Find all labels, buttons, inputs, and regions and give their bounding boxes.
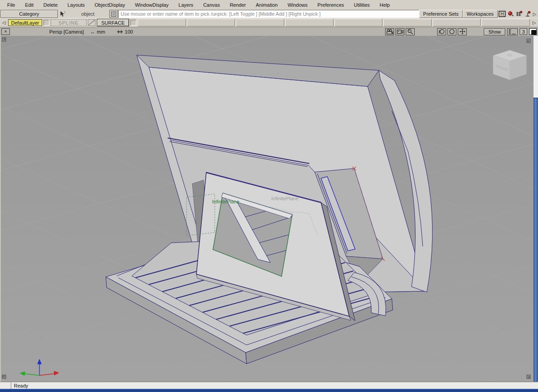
viewport-header: × Persp [Camera] ↔ mm 100 — [0, 27, 538, 36]
preference-sets-button[interactable]: Preference Sets — [419, 10, 463, 18]
red-ball-icon — [507, 11, 514, 17]
layer-slot[interactable] — [383, 19, 432, 26]
menu-help[interactable]: Help — [375, 1, 395, 9]
prompt-field-wrap — [118, 10, 419, 18]
pin-tool-button[interactable] — [506, 10, 515, 18]
pan-arrows-icon — [459, 29, 466, 34]
snap-tool-button[interactable] — [515, 10, 523, 18]
display-toggles-button[interactable] — [507, 28, 518, 35]
status-grip — [0, 382, 11, 389]
pick-toolbar: Category object Preference Sets Workspac… — [0, 10, 538, 18]
track-tool-button[interactable] — [458, 28, 467, 35]
camera-view-button[interactable] — [385, 28, 394, 35]
dotted-panel-icon — [508, 29, 516, 34]
layer-slot[interactable] — [236, 19, 284, 26]
movie-camera-icon — [386, 29, 393, 34]
flag-tool-button[interactable] — [523, 10, 532, 18]
cursor-pick-icon — [59, 11, 66, 17]
menu-windowdisplay[interactable]: WindowDisplay — [130, 1, 173, 9]
layer-slot[interactable] — [433, 19, 481, 26]
menu-edit[interactable]: Edit — [21, 1, 38, 9]
layer-bar: ◁ DefaultLayer SPLINE SURFACE ▷ — [0, 18, 538, 27]
pick-tool-icon[interactable] — [58, 10, 67, 18]
toolbar-next-arrow[interactable]: ▷ — [532, 10, 538, 18]
circle-select-icon — [449, 29, 455, 34]
window-layout-icon[interactable] — [529, 28, 537, 35]
look-at-button[interactable] — [447, 28, 456, 35]
menu-canvas[interactable]: Canvas — [199, 1, 224, 9]
status-bar: Ready — [0, 382, 538, 389]
hotkey-h-icon: H — [499, 11, 506, 17]
menu-delete[interactable]: Delete — [39, 1, 62, 9]
grid-size-control[interactable]: 100 — [117, 29, 133, 34]
scrollbar-thumb[interactable] — [533, 98, 538, 382]
layer-tab-spline[interactable]: SPLINE — [51, 19, 87, 26]
infinite-plane-label-unselected[interactable]: InfinitePlane — [271, 196, 299, 201]
snap-grid-icon — [516, 11, 523, 17]
scrollbar-track[interactable] — [533, 36, 538, 98]
category-button[interactable]: Category — [0, 10, 58, 18]
menu-windows[interactable]: Windows — [283, 1, 312, 9]
camera-icon-group — [385, 28, 415, 35]
status-message: Ready — [11, 382, 538, 389]
show-menu-button[interactable]: Show — [484, 28, 505, 35]
menu-layers[interactable]: Layers — [174, 1, 198, 9]
pane-count-button[interactable]: 3 — [520, 28, 527, 35]
menu-objectdisplay[interactable]: ObjectDisplay — [90, 1, 130, 9]
prompt-history-icon[interactable] — [109, 10, 118, 18]
orbit-icon — [438, 29, 445, 34]
menu-utilities[interactable]: Utilities — [349, 1, 374, 9]
menu-bar: File Edit Delete Layouts ObjectDisplay W… — [0, 0, 538, 10]
prompt-input[interactable] — [118, 10, 419, 18]
view-tool-group — [437, 28, 467, 35]
layer-tab-defaultlayer[interactable]: DefaultLayer — [8, 19, 42, 26]
view-cube[interactable]: FRONT LEFT — [493, 50, 526, 80]
pick-object-label: object — [67, 10, 109, 18]
window-bottom-edge — [0, 389, 538, 392]
layer-checkbox-1[interactable] — [43, 20, 49, 26]
application-window: File Edit Delete Layouts ObjectDisplay W… — [0, 0, 538, 392]
units-arrow: ↔ — [90, 29, 95, 34]
layer-symmetry-icon[interactable] — [88, 19, 95, 26]
grid-size-value: 100 — [125, 29, 133, 34]
viewport-row: InfinitePlane InfinitePlane FRONT LEFT — [0, 36, 538, 382]
layer-slot[interactable] — [482, 19, 530, 26]
grid-spacing-icon — [117, 30, 123, 34]
viewport-title[interactable]: Persp [Camera] — [49, 29, 84, 34]
layer-tab-surface[interactable]: SURFACE — [97, 19, 129, 26]
video-camera-icon — [397, 29, 404, 34]
viewport-units[interactable]: mm — [97, 29, 105, 34]
menu-animation[interactable]: Animation — [252, 1, 282, 9]
layers-next-arrow[interactable]: ▷ — [531, 20, 537, 25]
layer-slot[interactable] — [187, 19, 235, 26]
zoom-tool-button[interactable] — [406, 28, 415, 35]
viewport-close-button[interactable]: × — [1, 28, 10, 35]
hotkeys-button[interactable]: H — [498, 10, 506, 18]
perspective-viewport[interactable]: InfinitePlane InfinitePlane FRONT LEFT — [0, 36, 533, 382]
menu-preferences[interactable]: Preferences — [313, 1, 348, 9]
menu-render[interactable]: Render — [225, 1, 250, 9]
infinite-plane-label-selected[interactable]: InfinitePlane — [212, 199, 239, 204]
tumble-tool-button[interactable] — [437, 28, 446, 35]
layer-empty-slots — [138, 19, 530, 26]
svg-text:H: H — [500, 12, 503, 17]
camera-settings-button[interactable] — [395, 28, 404, 35]
red-flag-icon — [524, 11, 531, 17]
layer-slot[interactable] — [285, 19, 334, 26]
layer-slot[interactable] — [334, 19, 383, 26]
layer-checkbox-2[interactable] — [130, 20, 136, 26]
list-icon — [111, 12, 116, 17]
magnifier-icon — [407, 29, 413, 34]
viewport-canvas[interactable]: InfinitePlane InfinitePlane FRONT LEFT — [1, 36, 534, 382]
layer-slot[interactable] — [138, 19, 186, 26]
menu-file[interactable]: File — [3, 1, 20, 9]
layers-prev-arrow[interactable]: ◁ — [1, 20, 7, 25]
workspaces-button[interactable]: Workspaces — [463, 10, 498, 18]
menu-layouts[interactable]: Layouts — [63, 1, 90, 9]
